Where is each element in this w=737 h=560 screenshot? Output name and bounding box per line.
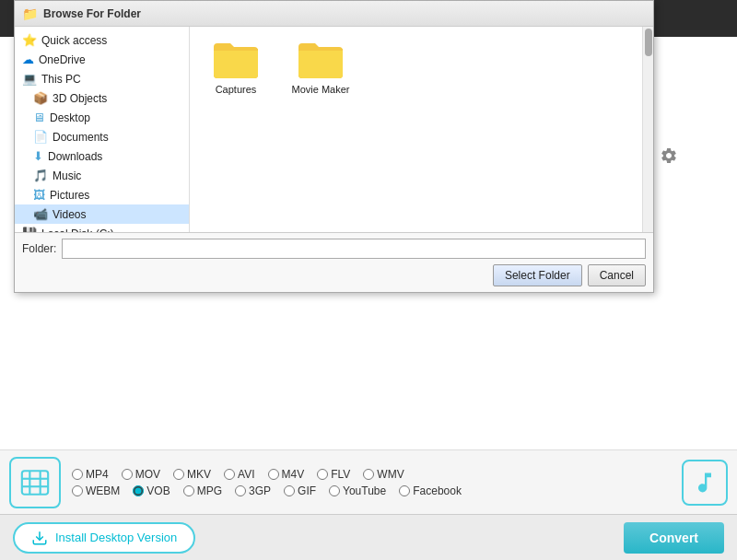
music-label: Music <box>53 169 81 182</box>
folder-grid: Captures Movie Maker <box>199 36 633 223</box>
scroll-thumb <box>645 29 652 56</box>
onedrive-label: OneDrive <box>39 53 86 66</box>
3d-objects-label: 3D Objects <box>53 92 107 105</box>
movie-maker-folder-icon <box>297 40 345 80</box>
onedrive-icon: ☁ <box>22 52 34 66</box>
install-button[interactable]: Install Desktop Version <box>13 522 195 554</box>
tree-item-3d-objects[interactable]: 📦3D Objects <box>15 88 189 108</box>
format-row-2: WEBMVOBMPG3GPGIFYouTubeFacebook <box>72 484 671 497</box>
tree-item-music[interactable]: 🎵Music <box>15 166 189 185</box>
quick-access-icon: ⭐ <box>22 33 37 47</box>
tree-item-pictures[interactable]: 🖼Pictures <box>15 185 189 204</box>
format-option-wmv[interactable]: WMV <box>363 468 404 481</box>
videos-icon: 📹 <box>33 207 48 221</box>
dialog-titlebar: 📁 Browse For Folder <box>15 1 653 27</box>
tree-item-documents[interactable]: 📄Documents <box>15 127 189 146</box>
this-pc-icon: 💻 <box>22 72 37 86</box>
this-pc-label: This PC <box>41 73 81 86</box>
format-icon-box <box>9 457 61 508</box>
tree-item-videos[interactable]: 📹Videos <box>15 204 189 224</box>
pictures-label: Pictures <box>50 189 89 202</box>
dialog-folder-icon: 📁 <box>22 6 38 21</box>
documents-label: Documents <box>53 131 109 144</box>
tree-item-onedrive[interactable]: ☁OneDrive <box>15 50 189 69</box>
movie-maker-folder-label: Movie Maker <box>292 84 350 95</box>
gear-icon[interactable] <box>656 143 682 169</box>
dialog-footer: Folder: Select Folder Cancel <box>15 232 653 292</box>
folder-label: Folder: <box>22 242 56 255</box>
desktop-label: Desktop <box>50 111 90 124</box>
folder-input[interactable] <box>62 239 646 259</box>
dialog-title: Browse For Folder <box>43 7 141 20</box>
select-folder-button[interactable]: Select Folder <box>493 264 582 286</box>
downloads-label: Downloads <box>48 150 102 163</box>
format-option-gif[interactable]: GIF <box>284 484 316 497</box>
format-option-webm[interactable]: WEBM <box>72 484 120 497</box>
format-option-facebook[interactable]: Facebook <box>399 484 462 497</box>
format-option-mkv[interactable]: MKV <box>173 468 211 481</box>
tree-item-this-pc[interactable]: 💻This PC <box>15 69 189 88</box>
tree-item-local-disk[interactable]: 💾Local Disk (C:) <box>15 224 189 232</box>
desktop-icon: 🖥 <box>33 111 45 124</box>
download-icon <box>31 530 48 546</box>
format-option-vob[interactable]: VOB <box>133 484 170 497</box>
format-option-flv[interactable]: FLV <box>317 468 350 481</box>
convert-button[interactable]: Convert <box>624 522 724 554</box>
content-panel: Captures Movie Maker <box>190 27 642 232</box>
tree-item-downloads[interactable]: ⬇Downloads <box>15 146 189 166</box>
format-option-m4v[interactable]: M4V <box>268 468 305 481</box>
format-bar: MP4MOVMKVAVIM4VFLVWMV WEBMVOBMPG3GPGIFYo… <box>0 449 737 514</box>
format-options: MP4MOVMKVAVIM4VFLVWMV WEBMVOBMPG3GPGIFYo… <box>72 468 671 497</box>
folder-row: Folder: <box>22 239 646 259</box>
videos-label: Videos <box>53 208 86 221</box>
tree-panel[interactable]: ⭐Quick access☁OneDrive💻This PC📦3D Object… <box>15 27 190 232</box>
format-option-mpg[interactable]: MPG <box>183 484 222 497</box>
dialog-body: ⭐Quick access☁OneDrive💻This PC📦3D Object… <box>15 27 653 232</box>
action-bar: Install Desktop Version Convert <box>0 514 737 560</box>
install-label: Install Desktop Version <box>55 531 177 544</box>
cancel-button[interactable]: Cancel <box>588 264 646 286</box>
btn-row: Select Folder Cancel <box>22 264 646 286</box>
pictures-icon: 🖼 <box>33 188 45 202</box>
tree-item-quick-access[interactable]: ⭐Quick access <box>15 30 189 50</box>
movie-maker-folder[interactable]: Movie Maker <box>287 40 354 95</box>
3d-objects-icon: 📦 <box>33 91 48 105</box>
format-option-mov[interactable]: MOV <box>122 468 160 481</box>
format-option-avi[interactable]: AVI <box>224 468 254 481</box>
format-row-1: MP4MOVMKVAVIM4VFLVWMV <box>72 468 671 481</box>
quick-access-label: Quick access <box>41 34 107 47</box>
documents-icon: 📄 <box>33 130 48 144</box>
app-container: VOB 📁 Browse For Folder ⭐Quick access☁On… <box>0 0 737 560</box>
captures-folder[interactable]: Captures <box>203 40 269 95</box>
svg-rect-0 <box>22 471 48 495</box>
format-option-youtube[interactable]: YouTube <box>329 484 386 497</box>
music-icon <box>682 460 728 506</box>
music-icon: 🎵 <box>33 169 48 182</box>
tree-item-desktop[interactable]: 🖥Desktop <box>15 108 189 127</box>
file-dialog: 📁 Browse For Folder ⭐Quick access☁OneDri… <box>14 0 654 293</box>
downloads-icon: ⬇ <box>33 149 43 163</box>
scroll-area <box>642 27 653 232</box>
format-option-3gp[interactable]: 3GP <box>235 484 271 497</box>
format-option-mp4[interactable]: MP4 <box>72 468 109 481</box>
captures-folder-icon <box>212 40 260 80</box>
captures-folder-label: Captures <box>216 84 257 95</box>
